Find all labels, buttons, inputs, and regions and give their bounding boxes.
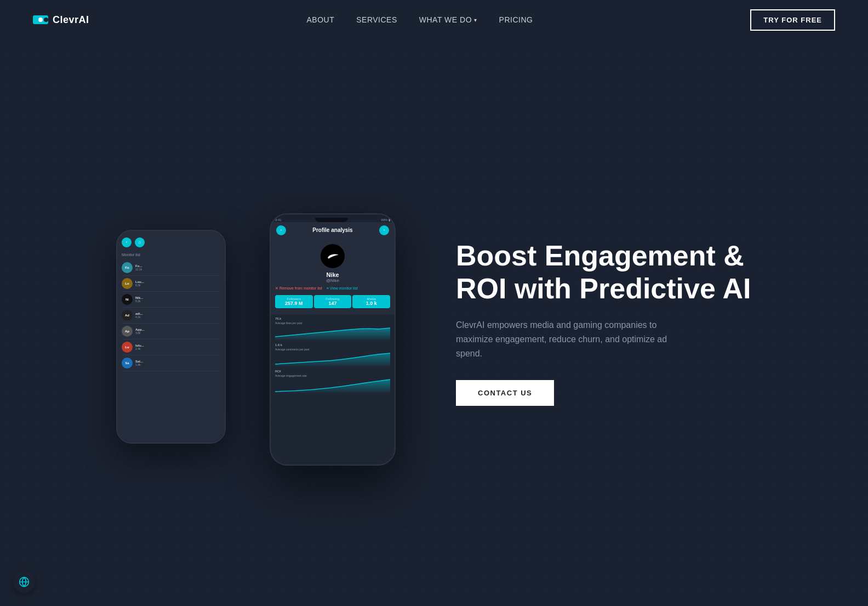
monitor-item-2: Lo Lou...8.3k xyxy=(122,276,220,292)
avatar: Ni xyxy=(122,294,133,305)
phone-notch xyxy=(315,218,348,222)
profile-logo xyxy=(321,244,345,268)
nav-what-we-do[interactable]: WHAT WE DO ▾ xyxy=(419,15,477,24)
avatar: Ad xyxy=(122,310,133,321)
monitor-item-1: Fo Fo...12.1k xyxy=(122,260,220,276)
profile-name: Nike xyxy=(326,271,339,278)
view-action: ≡ View monitor list xyxy=(327,286,358,290)
nav-services[interactable]: SERVICES xyxy=(356,15,397,24)
nav-pricing[interactable]: PRICING xyxy=(499,15,533,24)
mini-chart-2 xyxy=(275,351,390,366)
nav-links: ABOUT SERVICES WHAT WE DO ▾ PRICING xyxy=(307,15,533,25)
avatar: Lu xyxy=(122,342,133,353)
try-for-free-button[interactable]: TRY FOR FREE xyxy=(750,9,835,31)
charts-section: 76.k Average likes per post xyxy=(271,315,395,398)
hero-subtext: ClevrAI empowers media and gaming compan… xyxy=(456,318,686,360)
phone-status-bar: 9:41 99% ▮ xyxy=(271,214,395,222)
avatar: Lo xyxy=(122,278,133,289)
logo-icon xyxy=(33,15,48,24)
nav-about[interactable]: ABOUT xyxy=(307,15,335,24)
phone-back-btn: ‹ xyxy=(122,237,132,247)
hero-content: ‹ ⌂ Monitor list Fo Fo...12.1k Lo Lou...… xyxy=(50,158,818,488)
monitor-item-5: Ap App...3.8k xyxy=(122,324,220,339)
chart-item-1: 76.k Average likes per post xyxy=(275,317,390,340)
following-stat: Following 147 xyxy=(314,295,352,308)
phone-nav-fwd: › xyxy=(379,225,389,235)
monitor-item-6: Lu lulu...2.4k xyxy=(122,339,220,355)
chevron-down-icon: ▾ xyxy=(474,17,477,23)
avatar: Sa xyxy=(122,358,133,369)
phone-back: ‹ ⌂ Monitor list Fo Fo...12.1k Lo Lou...… xyxy=(116,230,226,444)
avatar: Ap xyxy=(122,326,133,337)
chart-item-2: 1.6 k Average comments per post xyxy=(275,343,390,366)
globe-icon xyxy=(19,576,30,587)
hero-section: ‹ ⌂ Monitor list Fo Fo...12.1k Lo Lou...… xyxy=(0,0,868,606)
monitor-item-3: Ni Nik...5.2k xyxy=(122,292,220,308)
mini-chart-1 xyxy=(275,325,390,340)
phone-nav-back: ‹ xyxy=(276,225,286,235)
chart-item-3: ROI Average engagement rate xyxy=(275,370,390,393)
hero-text: Boost Engagement & ROI with Predictive A… xyxy=(434,240,785,406)
brand-logo[interactable]: ClevrAI xyxy=(33,14,89,26)
avatar: Fo xyxy=(122,262,133,273)
media-stat: Media 1.0 k xyxy=(352,295,390,308)
monitor-item-4: Ad adi...4.1k xyxy=(122,308,220,324)
monitor-title: Monitor list xyxy=(122,253,220,257)
mini-chart-3 xyxy=(275,377,390,393)
phone-home-btn: ⌂ xyxy=(135,237,145,247)
phones-mockup: ‹ ⌂ Monitor list Fo Fo...12.1k Lo Lou...… xyxy=(83,180,412,466)
phone-battery: 99% ▮ xyxy=(381,218,390,222)
monitor-item-7: Sa Sal...1.9k xyxy=(122,355,220,371)
phone-status-text: 9:41 xyxy=(275,218,282,222)
profile-handle: @Nike xyxy=(326,278,339,283)
stats-row: Followers 257.9 M Following 147 Media 1.… xyxy=(275,295,390,308)
remove-action: ✕ Remove from monitor list xyxy=(275,286,322,291)
profile-actions: ✕ Remove from monitor list ≡ View monito… xyxy=(275,286,390,291)
followers-stat: Followers 257.9 M xyxy=(275,295,313,308)
phone-front: 9:41 99% ▮ ‹ Profile analysis › xyxy=(270,213,396,466)
brand-name: ClevrAI xyxy=(53,14,89,26)
navbar: ClevrAI ABOUT SERVICES WHAT WE DO ▾ PRIC… xyxy=(0,0,868,39)
contact-us-button[interactable]: CONTACT US xyxy=(456,380,554,406)
profile-title: Profile analysis xyxy=(286,227,379,233)
hero-heading: Boost Engagement & ROI with Predictive A… xyxy=(456,240,785,305)
nike-swoosh-icon xyxy=(326,252,339,260)
phone-front-nav: ‹ Profile analysis › xyxy=(271,222,395,239)
globe-button[interactable] xyxy=(13,571,35,593)
profile-section: Nike @Nike ✕ Remove from monitor list ≡ … xyxy=(271,239,395,315)
